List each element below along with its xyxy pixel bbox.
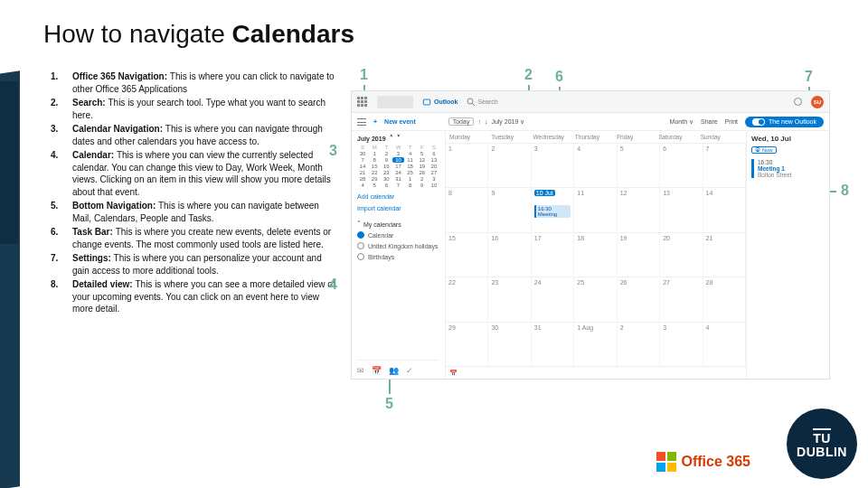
day-cell[interactable]: 7 — [703, 144, 746, 187]
day-cell[interactable]: 21 — [703, 233, 746, 277]
day-cell[interactable]: 9 — [488, 188, 531, 231]
mini-day[interactable]: 5 — [369, 183, 380, 188]
mini-day[interactable]: 28 — [357, 176, 368, 182]
nav-icon[interactable]: ✉ — [357, 366, 364, 375]
add-calendar-link[interactable]: Add calendar — [357, 193, 439, 200]
mini-day[interactable]: 31 — [392, 176, 403, 182]
print-button[interactable]: Print — [725, 118, 738, 125]
mini-day[interactable]: 21 — [357, 170, 368, 175]
plus-icon[interactable]: + — [373, 118, 377, 125]
mini-day[interactable]: 16 — [381, 164, 392, 169]
calendar-item[interactable]: Birthdays — [357, 253, 439, 260]
mini-day[interactable]: 29 — [369, 176, 380, 182]
next-icon[interactable]: ↓ — [485, 118, 488, 125]
share-button[interactable]: Share — [701, 118, 718, 125]
day-cell[interactable]: 28 — [703, 277, 746, 321]
day-cell[interactable]: 17 — [532, 233, 574, 277]
mini-day[interactable]: 30 — [357, 151, 368, 156]
day-cell[interactable]: 1 — [446, 144, 488, 187]
day-cell[interactable]: 12 — [618, 188, 660, 231]
mini-day[interactable]: 6 — [381, 183, 392, 188]
day-cell[interactable]: 2 — [488, 144, 531, 187]
mini-day[interactable]: 13 — [429, 157, 439, 163]
day-cell[interactable]: 3 — [532, 144, 574, 187]
new-event-button[interactable]: New event — [384, 118, 416, 125]
day-cell[interactable]: 15 — [446, 233, 488, 277]
day-cell[interactable]: 4 — [574, 144, 617, 187]
today-button[interactable]: Today — [448, 117, 475, 126]
day-cell[interactable]: 22 — [446, 277, 488, 321]
mini-day[interactable]: 4 — [405, 151, 416, 156]
mini-day[interactable]: 10 — [392, 157, 403, 163]
day-cell[interactable]: 2 — [618, 323, 660, 366]
mini-day[interactable]: 25 — [405, 170, 416, 175]
day-cell[interactable]: 11 — [574, 188, 617, 231]
mini-day[interactable]: 26 — [417, 170, 428, 175]
chevron-down-icon[interactable]: ˅ — [397, 135, 401, 142]
day-cell[interactable]: 5 — [618, 144, 660, 187]
calendar-checkbox-icon[interactable] — [357, 253, 364, 260]
day-cell[interactable]: 1 Aug — [574, 323, 617, 366]
mini-day[interactable]: 11 — [405, 157, 416, 163]
hamburger-icon[interactable] — [357, 118, 366, 126]
chevron-up-icon[interactable]: ˄ — [390, 135, 393, 142]
view-selector[interactable]: Month ∨ — [670, 118, 693, 126]
calendar-checkbox-icon[interactable] — [357, 231, 364, 239]
day-cell[interactable]: 30 — [488, 323, 531, 366]
mini-day[interactable]: 18 — [405, 164, 416, 169]
day-cell[interactable]: 3 — [660, 323, 703, 366]
mini-day[interactable]: 1 — [369, 151, 380, 156]
avatar[interactable]: SU — [811, 96, 824, 108]
day-cell[interactable]: 6 — [660, 144, 703, 187]
nav-icon[interactable]: 👥 — [389, 366, 399, 375]
import-calendar-link[interactable]: Import calendar — [357, 205, 439, 211]
mini-day[interactable]: 15 — [369, 164, 380, 169]
day-cell[interactable]: 27 — [660, 277, 703, 321]
day-cell[interactable]: 14 — [703, 188, 746, 231]
mini-day[interactable]: 6 — [429, 151, 439, 156]
mini-day[interactable]: 14 — [357, 164, 368, 169]
nav-icon[interactable]: 📅 — [372, 366, 382, 375]
day-cell[interactable]: 19 — [618, 233, 660, 277]
mini-day[interactable]: 2 — [417, 176, 428, 182]
search-box[interactable]: Search — [467, 98, 497, 106]
day-cell[interactable]: 31 — [532, 323, 574, 366]
calendar-checkbox-icon[interactable] — [357, 242, 364, 249]
mini-day[interactable]: 9 — [417, 183, 428, 188]
nav-icon[interactable]: ✓ — [406, 366, 413, 375]
calendar-item[interactable]: Calendar — [357, 231, 439, 239]
mini-day[interactable]: 5 — [417, 151, 428, 156]
day-cell[interactable]: 24 — [532, 277, 574, 321]
month-selector[interactable]: July 2019 ∨ — [491, 118, 524, 126]
day-cell[interactable]: 16 — [488, 233, 531, 277]
calendar-icon[interactable]: 📅 — [449, 370, 458, 377]
mini-day[interactable]: 9 — [381, 157, 392, 163]
mini-day[interactable]: 2 — [381, 151, 392, 156]
mini-day[interactable]: 8 — [369, 157, 380, 163]
chevron-down-icon[interactable]: ˅ — [357, 221, 361, 228]
day-cell[interactable]: 23 — [488, 277, 531, 321]
mini-day[interactable]: 7 — [357, 157, 368, 163]
new-outlook-toggle[interactable]: The new Outlook — [745, 117, 824, 127]
mini-day[interactable]: 3 — [429, 176, 439, 182]
mini-day[interactable]: 10 — [429, 183, 439, 188]
mini-day[interactable]: 23 — [381, 170, 392, 175]
mini-day[interactable]: 20 — [429, 164, 439, 169]
calendar-item[interactable]: United Kingdom holidays — [357, 242, 439, 249]
mini-day[interactable]: 24 — [392, 170, 403, 175]
app-launcher-icon[interactable] — [357, 97, 368, 108]
mini-day[interactable]: 12 — [417, 157, 428, 163]
prev-icon[interactable]: ↑ — [477, 118, 481, 125]
settings-icon[interactable] — [794, 98, 802, 106]
mini-day[interactable]: 8 — [405, 183, 416, 188]
detail-event[interactable]: 16:30 Meeting 1 Bolton Street — [751, 159, 825, 178]
mini-day[interactable]: 27 — [429, 170, 439, 175]
day-cell[interactable]: 18 — [574, 233, 617, 277]
day-cell[interactable]: 20 — [660, 233, 703, 277]
day-cell[interactable]: 29 — [446, 323, 488, 366]
mini-day[interactable]: 1 — [405, 176, 416, 182]
calendar-event[interactable]: 16:30 Meeting — [534, 205, 571, 218]
day-cell[interactable]: 26 — [618, 277, 660, 321]
mini-day[interactable]: 17 — [392, 164, 403, 169]
mini-calendar[interactable]: SMTWTFS301234567891011121314151617181920… — [357, 145, 439, 188]
